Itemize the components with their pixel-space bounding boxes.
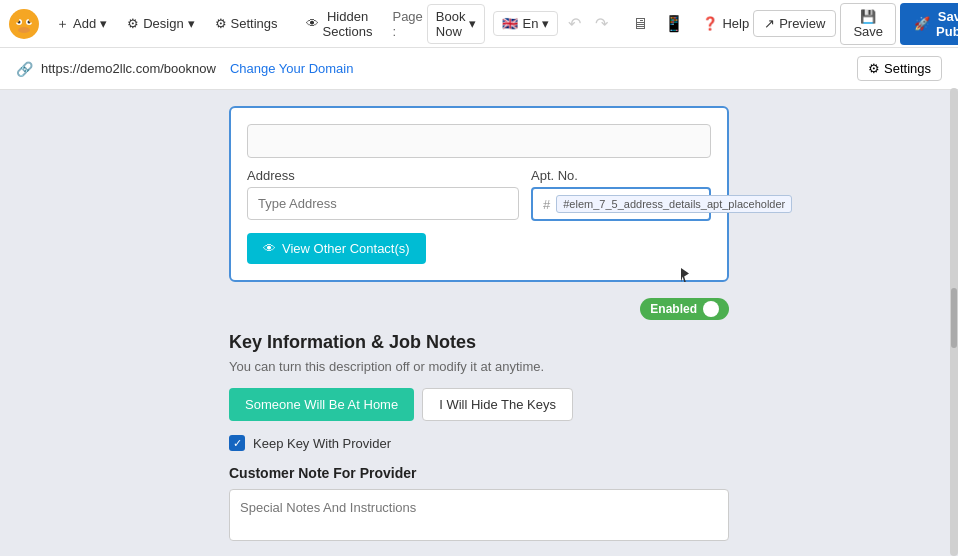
link-icon: 🔗 [16,61,33,77]
gear-icon: ⚙ [868,61,880,76]
address-input[interactable] [247,187,519,220]
save-button[interactable]: 💾 Save [840,3,896,45]
page-selector[interactable]: Book Now ▾ [427,4,486,44]
page-chevron-icon: ▾ [469,16,476,31]
url-text: https://demo2llc.com/booknow [41,61,216,76]
eye-icon: 👁 [263,241,276,256]
settings-button[interactable]: ⚙ Settings [207,11,286,36]
toolbar: ＋ Add ▾ ⚙ Design ▾ ⚙ Settings 👁 Hidden S… [0,0,958,48]
preview-label: Preview [779,16,825,31]
toggle-circle[interactable] [703,301,719,317]
logo-icon [8,8,40,40]
change-domain-link[interactable]: Change Your Domain [230,61,354,76]
undo-redo-group: ↶ ↷ [562,10,614,37]
preview-button[interactable]: ↗ Preview [753,10,836,37]
view-contacts-label: View Other Contact(s) [282,241,410,256]
rocket-icon: 🚀 [914,16,930,31]
keep-key-checkbox[interactable]: ✓ [229,435,245,451]
apt-label: Apt. No. [531,168,711,183]
help-icon: ❓ [702,16,718,31]
address-form-card: Address Apt. No. # #elem_7_5_address_det… [229,106,729,282]
help-label: Help [722,16,749,31]
lang-code: En [522,16,538,31]
settings-label: Settings [231,16,278,31]
checkmark-icon: ✓ [233,437,242,450]
customer-note-group: Customer Note For Provider [229,465,729,544]
preview-icon: ↗ [764,16,775,31]
enabled-badge: Enabled [640,298,729,320]
key-buttons-group: Someone Will Be At Home I Will Hide The … [229,388,729,421]
someone-home-button[interactable]: Someone Will Be At Home [229,388,414,421]
flag-icon: 🇬🇧 [502,16,518,31]
save-publish-button[interactable]: 🚀 Save & Publish [900,3,958,45]
keep-key-row: ✓ Keep Key With Provider [229,435,729,451]
url-settings-button[interactable]: ⚙ Settings [857,56,942,81]
url-settings-label: Settings [884,61,931,76]
address-label: Address [247,168,519,183]
design-button[interactable]: ⚙ Design ▾ [119,11,202,36]
redo-button[interactable]: ↷ [589,10,614,37]
address-apt-row: Address Apt. No. # #elem_7_5_address_det… [247,168,711,221]
undo-button[interactable]: ↶ [562,10,587,37]
apt-input-wrapper[interactable]: # #elem_7_5_address_details_apt_placehol… [531,187,711,221]
design-icon: ⚙ [127,16,139,31]
design-chevron-icon: ▾ [188,16,195,31]
note-textarea[interactable] [229,489,729,541]
help-button[interactable]: ❓ Help [702,16,749,31]
page-prefix: Page : [392,9,422,39]
apt-placeholder-tag: #elem_7_5_address_details_apt_placeholde… [556,195,792,213]
save-label: Save [853,24,883,39]
settings-icon: ⚙ [215,16,227,31]
apt-hash: # [543,197,550,212]
hidden-icon: 👁 [306,16,319,31]
page-name: Book Now [436,9,466,39]
scroll-thumb [951,288,957,348]
mobile-view-button[interactable]: 📱 [658,10,690,37]
url-bar: 🔗 https://demo2llc.com/booknow Change Yo… [0,48,958,90]
save-publish-label: Save & Publish [936,9,958,39]
language-selector[interactable]: 🇬🇧 En ▾ [493,11,558,36]
add-button[interactable]: ＋ Add ▾ [48,10,115,38]
address-group: Address [247,168,519,221]
view-contacts-button[interactable]: 👁 View Other Contact(s) [247,233,426,264]
design-label: Design [143,16,183,31]
scrollbar[interactable] [950,88,958,556]
add-label: Add [73,16,96,31]
svg-point-0 [9,9,39,39]
lang-chevron-icon: ▾ [542,16,549,31]
svg-point-5 [18,27,30,33]
plus-icon: ＋ [56,15,69,33]
enabled-row: Enabled [229,298,729,320]
section-title: Key Information & Job Notes [229,332,729,353]
keep-key-label: Keep Key With Provider [253,436,391,451]
enabled-label: Enabled [650,302,697,316]
desktop-view-button[interactable]: 🖥 [626,11,654,37]
key-info-section: Enabled Key Information & Job Notes You … [219,298,739,544]
save-icon: 💾 [860,9,876,24]
hidden-sections-button[interactable]: 👁 Hidden Sections [298,4,381,44]
add-chevron-icon: ▾ [100,16,107,31]
main-content: Address Apt. No. # #elem_7_5_address_det… [0,90,958,556]
hidden-sections-label: Hidden Sections [323,9,373,39]
apt-group: Apt. No. # #elem_7_5_address_details_apt… [531,168,711,221]
section-description: You can turn this description off or mod… [229,359,729,374]
customer-note-title: Customer Note For Provider [229,465,729,481]
app-logo [8,8,40,40]
hide-keys-button[interactable]: I Will Hide The Keys [422,388,573,421]
